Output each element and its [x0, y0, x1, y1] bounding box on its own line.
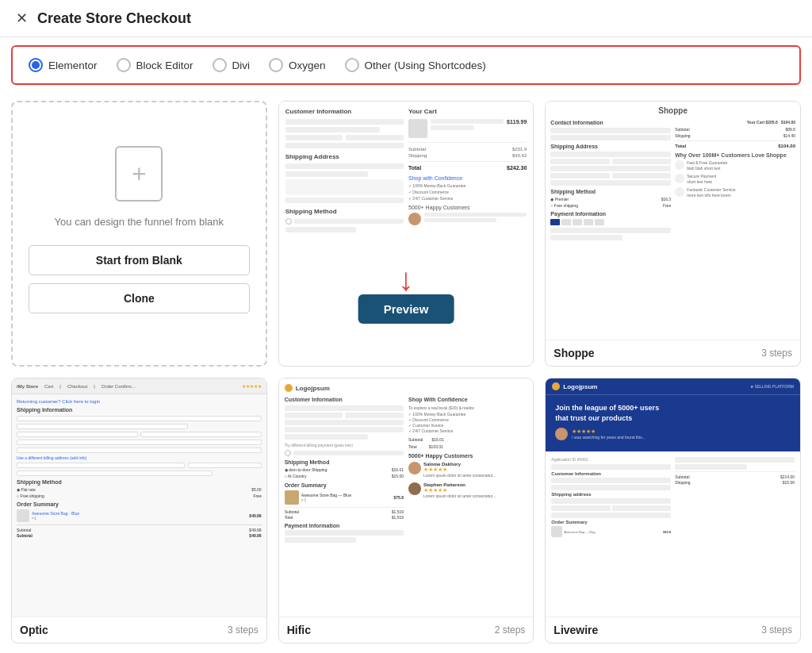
radio-other-circle	[345, 58, 359, 72]
hific-name: Hific	[287, 624, 311, 636]
clone-button[interactable]: Clone	[29, 283, 250, 313]
shoppe-card-footer: Shoppe 3 steps	[546, 340, 800, 366]
preview-button[interactable]: Preview	[358, 294, 454, 324]
template-preview-optic: iMy Store Cart | Checkout | Order Confir…	[12, 378, 266, 617]
livewire-card-footer: Livewire 3 steps	[546, 617, 800, 643]
template-preview-checkout: Customer Information Shipping Address Sh…	[279, 102, 534, 340]
start-from-blank-button[interactable]: Start from Blank	[29, 245, 250, 275]
blank-card: You can design the funnel from blank Sta…	[11, 101, 267, 367]
hific-card-footer: Hific 2 steps	[279, 617, 534, 643]
blank-description: You can design the funnel from blank	[55, 216, 224, 228]
close-button[interactable]: ✕	[16, 10, 28, 27]
radio-other[interactable]: Other (Using Shortcodes)	[345, 58, 486, 72]
livewire-steps: 3 steps	[761, 624, 792, 636]
template-preview-livewire: Logojpsum ★ SELLING PLATFORM Join the le…	[546, 378, 800, 617]
radio-elementor[interactable]: Elementor	[29, 58, 98, 72]
radio-divi[interactable]: Divi	[213, 58, 251, 72]
radio-divi-label: Divi	[232, 60, 251, 71]
template-card-livewire[interactable]: Logojpsum ★ SELLING PLATFORM Join the le…	[545, 378, 801, 643]
template-preview-shoppe: Shoppe Contact Information Shipping Addr…	[546, 102, 800, 340]
optic-card-footer: Optic 3 steps	[12, 617, 266, 643]
radio-block-editor-label: Block Editor	[136, 60, 193, 71]
radio-block-editor-circle	[117, 58, 131, 72]
template-preview-hific: Logojpsum Customer Information Try diff	[279, 378, 534, 617]
shoppe-steps: 3 steps	[761, 348, 792, 359]
template-card-shoppe[interactable]: Shoppe Contact Information Shipping Addr…	[545, 101, 801, 367]
radio-other-label: Other (Using Shortcodes)	[365, 60, 486, 71]
header: ✕ Create Store Checkout	[0, 0, 812, 37]
optic-steps: 3 steps	[228, 624, 259, 636]
optic-name: Optic	[20, 624, 48, 636]
red-arrow: ↓	[398, 263, 414, 295]
template-grid: You can design the funnel from blank Sta…	[0, 93, 812, 653]
radio-oxygen-label: Oxygen	[289, 60, 326, 71]
radio-elementor-label: Elementor	[48, 60, 98, 71]
hific-steps: 2 steps	[495, 624, 526, 636]
blank-icon	[115, 146, 163, 202]
template-card-optic[interactable]: iMy Store Cart | Checkout | Order Confir…	[11, 378, 267, 643]
livewire-name: Livewire	[553, 624, 598, 636]
radio-block-editor[interactable]: Block Editor	[117, 58, 193, 72]
radio-oxygen[interactable]: Oxygen	[269, 58, 326, 72]
radio-elementor-circle	[29, 58, 43, 72]
radio-divi-circle	[213, 58, 227, 72]
radio-oxygen-circle	[269, 58, 283, 72]
shoppe-name: Shoppe	[553, 347, 594, 359]
editor-selector: Elementor Block Editor Divi Oxygen Other…	[11, 45, 801, 85]
template-card-checkout[interactable]: Customer Information Shipping Address Sh…	[278, 101, 534, 367]
page-title: Create Store Checkout	[37, 10, 191, 27]
template-card-hific[interactable]: Logojpsum Customer Information Try diff	[278, 378, 534, 643]
